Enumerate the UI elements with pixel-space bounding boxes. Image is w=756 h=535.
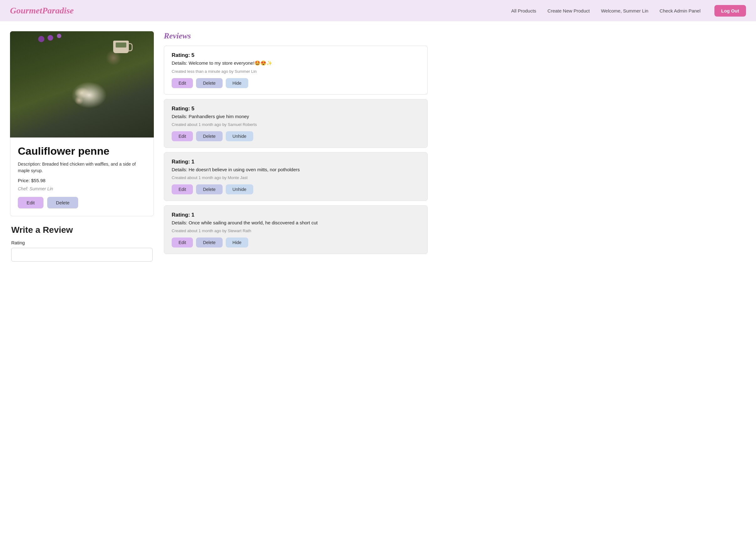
- product-actions: Edit Delete: [18, 197, 146, 209]
- review-delete-button[interactable]: Delete: [196, 131, 222, 141]
- main-content: Cauliflower penne Description: Breaded f…: [0, 21, 438, 262]
- review-actions: Edit Delete Hide: [172, 78, 420, 88]
- review-edit-button[interactable]: Edit: [172, 238, 193, 247]
- review-meta: Created about 1 month ago by Monte Jast: [172, 175, 420, 180]
- product-price: Price: $55.98: [18, 178, 146, 183]
- review-rating: Rating: 5: [172, 52, 420, 58]
- review-unhide-button[interactable]: Unhide: [226, 131, 253, 141]
- review-card: Rating: 5 Details: Panhandlers give him …: [164, 99, 428, 148]
- write-review-title: Write a Review: [11, 225, 153, 235]
- product-edit-button[interactable]: Edit: [18, 197, 44, 209]
- review-actions: Edit Delete Unhide: [172, 184, 420, 194]
- review-hide-button[interactable]: Hide: [226, 78, 248, 88]
- admin-panel-link[interactable]: Check Admin Panel: [660, 8, 701, 14]
- review-meta: Created less than a minute ago by Summer…: [172, 69, 420, 74]
- flower-decoration-3: [38, 36, 44, 42]
- review-details: Details: Panhandlers give him money: [172, 114, 420, 119]
- navbar: GourmetParadise All Products Create New …: [0, 0, 756, 21]
- review-hide-button[interactable]: Hide: [226, 238, 248, 247]
- welcome-text: Welcome, Summer Lin: [601, 8, 648, 14]
- review-actions: Edit Delete Hide: [172, 238, 420, 247]
- logout-button[interactable]: Log Out: [714, 5, 746, 16]
- review-edit-button[interactable]: Edit: [172, 184, 193, 194]
- product-delete-button[interactable]: Delete: [47, 197, 78, 209]
- site-logo: GourmetParadise: [10, 6, 511, 15]
- product-card: Cauliflower penne Description: Breaded f…: [10, 31, 154, 216]
- review-card: Rating: 5 Details: Welcome to my store e…: [164, 45, 428, 95]
- product-title: Cauliflower penne: [18, 145, 146, 157]
- review-details: Details: Welcome to my store everyone!🤩😍…: [172, 60, 420, 66]
- review-card: Rating: 1 Details: He doesn't believe in…: [164, 152, 428, 201]
- review-details: Details: Once while sailing around the w…: [172, 220, 420, 225]
- write-review-section: Write a Review Rating: [10, 225, 154, 262]
- tea-cup-decoration: [113, 41, 129, 53]
- review-edit-button[interactable]: Edit: [172, 78, 193, 88]
- review-rating: Rating: 5: [172, 106, 420, 112]
- product-image: [10, 31, 154, 137]
- nav-links: All Products Create New Product Welcome,…: [511, 5, 746, 16]
- rating-input[interactable]: [11, 248, 153, 262]
- review-rating: Rating: 1: [172, 159, 420, 165]
- review-card: Rating: 1 Details: Once while sailing ar…: [164, 205, 428, 254]
- flower-decoration-2: [57, 34, 61, 38]
- reviews-title: Reviews: [164, 31, 428, 41]
- product-description: Description: Breaded fried chicken with …: [18, 161, 146, 174]
- review-details: Details: He doesn't believe in using ove…: [172, 167, 420, 172]
- flower-decoration-1: [47, 35, 53, 41]
- review-meta: Created about 1 month ago by Samuel Robe…: [172, 122, 420, 127]
- review-delete-button[interactable]: Delete: [196, 238, 222, 247]
- review-meta: Created about 1 month ago by Stewart Rat…: [172, 228, 420, 233]
- create-product-link[interactable]: Create New Product: [547, 8, 590, 14]
- review-rating: Rating: 1: [172, 212, 420, 218]
- review-edit-button[interactable]: Edit: [172, 131, 193, 141]
- product-info: Cauliflower penne Description: Breaded f…: [10, 137, 154, 216]
- rating-label: Rating: [11, 240, 153, 245]
- all-products-link[interactable]: All Products: [511, 8, 536, 14]
- product-chef: Chef: Summer Lin: [18, 186, 146, 191]
- review-delete-button[interactable]: Delete: [196, 78, 222, 88]
- review-unhide-button[interactable]: Unhide: [226, 184, 253, 194]
- left-column: Cauliflower penne Description: Breaded f…: [10, 31, 154, 262]
- review-delete-button[interactable]: Delete: [196, 184, 222, 194]
- review-actions: Edit Delete Unhide: [172, 131, 420, 141]
- right-column: Reviews Rating: 5 Details: Welcome to my…: [164, 31, 428, 262]
- product-image-inner: [10, 31, 154, 137]
